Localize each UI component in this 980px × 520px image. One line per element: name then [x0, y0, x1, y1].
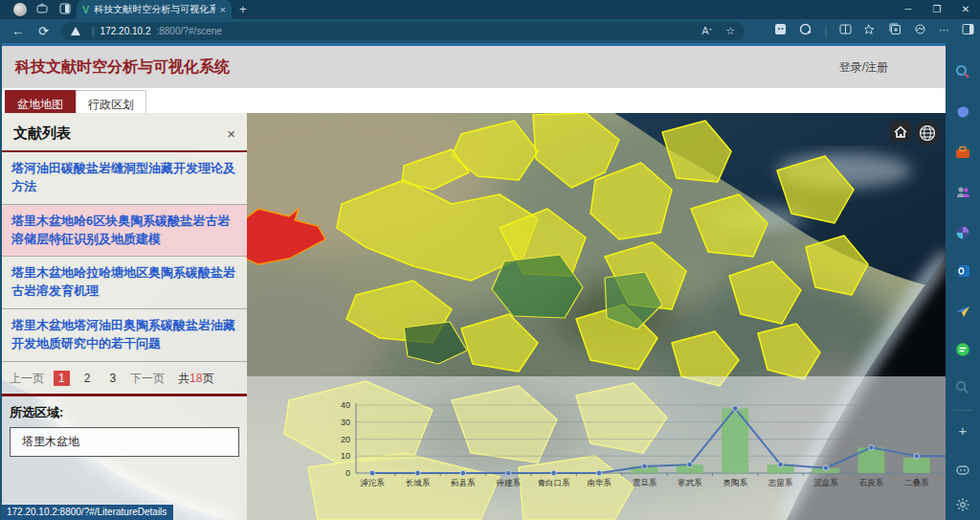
drop-icon[interactable]: [955, 304, 970, 319]
search-dim-icon[interactable]: [955, 380, 970, 396]
selected-region-label: 所选区域:: [2, 396, 247, 425]
svg-text:二叠系: 二叠系: [904, 478, 929, 487]
svg-text:待建系: 待建系: [496, 478, 521, 487]
people-icon[interactable]: [955, 185, 970, 200]
selected-region-value[interactable]: 塔里木盆地: [10, 427, 239, 457]
literature-item[interactable]: 塔里木盆地塔河油田奥陶系碳酸盐岩油藏开发地质研究中的若干问题: [2, 309, 247, 362]
svg-text:10: 10: [341, 451, 350, 461]
favorites-bar-icon[interactable]: [864, 23, 877, 37]
panel-title: 文献列表: [13, 124, 71, 143]
login-register-link[interactable]: 登录/注册: [839, 59, 888, 76]
edge-sidebar: +: [946, 43, 980, 520]
favorite-star-icon[interactable]: ☆: [725, 25, 735, 37]
browser-tab[interactable]: V 科技文献时空分析与可视化系统 ×: [77, 0, 232, 19]
settings-gear-icon[interactable]: [955, 497, 970, 512]
url-path: :8800/?#/scene: [156, 26, 221, 36]
search-icon[interactable]: [955, 64, 970, 79]
literature-panel: 文献列表 × 塔河油田碳酸盐岩缝洞型油藏开发理论及方法塔里木盆地哈6区块奥陶系碳…: [2, 113, 247, 520]
copilot-sidebar-icon[interactable]: [955, 104, 970, 120]
basin-literature-chart: 010203040滹沱系长城系蓟县系待建系青白口系南华系震旦系寒武系奥陶系志留系…: [247, 376, 946, 520]
svg-text:寒武系: 寒武系: [678, 478, 702, 487]
svg-text:南华系: 南华系: [587, 478, 612, 487]
more-icon[interactable]: ⋯: [939, 24, 949, 36]
back-icon[interactable]: ←: [11, 23, 24, 39]
prev-page-button[interactable]: 上一页: [10, 371, 44, 387]
browser-window: V 科技文献时空分析与可视化系统 × + ─ ❐ ✕ ← ⟳ | 172.20.…: [0, 0, 980, 520]
chat-icon[interactable]: [955, 342, 970, 357]
read-aloud-icon[interactable]: Aᐩ: [702, 25, 712, 37]
next-page-button[interactable]: 下一页: [130, 371, 165, 387]
warning-icon: [71, 27, 80, 35]
tab-actions-icon[interactable]: [57, 3, 72, 16]
extensions-icon[interactable]: [774, 23, 787, 37]
copilot-icon[interactable]: [799, 23, 812, 37]
literature-item[interactable]: 塔里木盆地哈6区块奥陶系碳酸盐岩古岩溶储层特征识别及地质建模: [2, 205, 247, 258]
page-number[interactable]: 2: [79, 371, 96, 386]
map-home-button[interactable]: [890, 121, 911, 142]
outlook-icon[interactable]: [955, 263, 970, 279]
chart-overlay: 010203040滹沱系长城系蓟县系待建系青白口系南华系震旦系寒武系奥陶系志留系…: [247, 376, 946, 520]
minimize-button[interactable]: ─: [894, 0, 923, 19]
page-numbers: 123: [54, 371, 121, 386]
profile-avatar[interactable]: [13, 3, 27, 16]
page-header: 科技文献时空分析与可视化系统 登录/注册: [2, 46, 946, 88]
split-screen-icon[interactable]: [839, 23, 852, 37]
status-link-tooltip: 172.20.10.2:8800/?#/LiteratureDetails: [2, 505, 173, 520]
svg-text:40: 40: [341, 400, 350, 410]
sidebar-toggle-icon[interactable]: [962, 23, 974, 37]
refresh-icon[interactable]: ⟳: [38, 23, 49, 39]
panel-close-icon[interactable]: ×: [227, 125, 235, 142]
svg-text:志留系: 志留系: [768, 478, 793, 487]
address-divider: |: [92, 26, 95, 36]
add-icon[interactable]: +: [955, 422, 970, 438]
web-page: 科技文献时空分析与可视化系统 登录/注册 盆地地图 行政区划: [0, 43, 946, 520]
browser-essentials-icon[interactable]: [914, 23, 926, 37]
page-number[interactable]: 3: [104, 371, 121, 386]
map-content: 010203040滹沱系长城系蓟县系待建系青白口系南华系震旦系寒武系奥陶系志留系…: [2, 113, 946, 520]
workspaces-icon[interactable]: [34, 3, 49, 16]
svg-text:蓟县系: 蓟县系: [451, 478, 476, 487]
svg-text:长城系: 长城系: [406, 478, 431, 487]
game-assist-icon[interactable]: [955, 463, 970, 478]
svg-text:青白口系: 青白口系: [538, 478, 571, 487]
svg-text:30: 30: [341, 418, 350, 427]
vue-favicon: V: [82, 4, 89, 15]
tab-close-icon[interactable]: ×: [220, 4, 226, 15]
pagination: 上一页 123 下一页 共18页: [2, 362, 247, 396]
page-title: 科技文献时空分析与可视化系统: [15, 57, 230, 78]
svg-text:石炭系: 石炭系: [859, 478, 884, 487]
office-icon[interactable]: [955, 145, 970, 160]
close-button[interactable]: ✕: [951, 0, 980, 19]
address-bar[interactable]: | 172.20.10.2 :8800/?#/scene Aᐩ ☆: [61, 22, 745, 40]
literature-item[interactable]: 塔里木盆地哈拉哈塘地区奥陶系碳酸盐岩古岩溶发育机理: [2, 257, 247, 309]
svg-text:震旦系: 震旦系: [633, 478, 657, 487]
svg-text:泥盆系: 泥盆系: [813, 478, 838, 487]
url-host: 172.20.10.2: [100, 26, 151, 36]
maximize-button[interactable]: ❐: [923, 0, 951, 19]
total-pages: 共18页: [178, 371, 213, 387]
browser-titlebar: V 科技文献时空分析与可视化系统 × + ─ ❐ ✕: [0, 0, 980, 19]
browser-toolbar: ← ⟳ | 172.20.10.2 :8800/?#/scene Aᐩ ☆ | …: [0, 19, 980, 43]
map-globe-button[interactable]: [915, 121, 940, 146]
sidebar-divider: [953, 410, 972, 411]
literature-items: 塔河油田碳酸盐岩缝洞型油藏开发理论及方法塔里木盆地哈6区块奥陶系碳酸盐岩古岩溶储…: [2, 152, 247, 362]
svg-text:奥陶系: 奥陶系: [723, 478, 747, 487]
literature-item[interactable]: 塔河油田碳酸盐岩缝洞型油藏开发理论及方法: [2, 152, 247, 205]
svg-text:0: 0: [345, 468, 350, 478]
collections-icon[interactable]: [889, 23, 902, 37]
page-number[interactable]: 1: [54, 371, 70, 386]
designer-icon[interactable]: [955, 225, 970, 240]
svg-text:20: 20: [341, 435, 350, 444]
new-tab-button[interactable]: +: [239, 2, 247, 16]
svg-text:滹沱系: 滹沱系: [360, 478, 385, 487]
tab-title: 科技文献时空分析与可视化系统: [94, 3, 214, 16]
